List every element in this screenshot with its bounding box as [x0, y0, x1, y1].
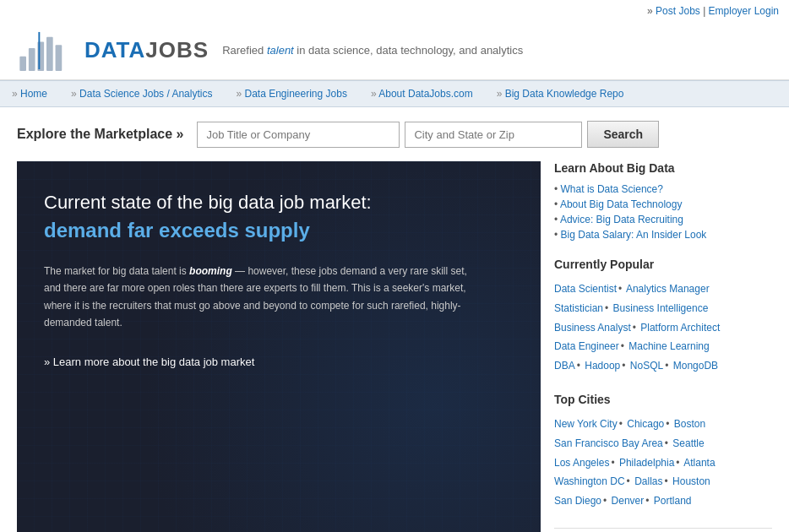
- hero-link[interactable]: Learn more about the big data job market: [44, 356, 514, 368]
- city-sandiego[interactable]: San Diego: [554, 495, 601, 507]
- list-item[interactable]: Big Data Salary: An Insider Look: [554, 229, 772, 241]
- svg-rect-3: [46, 37, 53, 71]
- employer-login-link[interactable]: Employer Login: [709, 5, 779, 17]
- tag-data-scientist[interactable]: Data Scientist: [554, 283, 617, 295]
- sidebar-popular: Currently Popular Data Scientist• Analyt…: [554, 258, 772, 376]
- nav: Home Data Science Jobs / Analytics Data …: [0, 80, 789, 107]
- city-portland[interactable]: Portland: [654, 495, 692, 507]
- city-philly[interactable]: Philadelphia: [619, 457, 674, 469]
- sidebar-learn-list: What is Data Science? About Big Data Tec…: [554, 183, 772, 241]
- nav-item-about[interactable]: About DataJobs.com: [359, 81, 485, 106]
- city-houston[interactable]: Houston: [672, 475, 710, 487]
- logo-area: DATAJOBS Rarefied talent in data science…: [0, 22, 789, 80]
- tag-machine-learning[interactable]: Machine Learning: [628, 340, 709, 352]
- hero-body: The market for big data talent is boomin…: [44, 263, 483, 332]
- city-denver[interactable]: Denver: [612, 495, 645, 507]
- chevron-right-icon: »: [647, 5, 653, 17]
- search-area: Explore the Marketplace » Search: [0, 107, 789, 161]
- search-label: Explore the Marketplace »: [17, 127, 183, 142]
- sidebar-expert-title: Expert's Corner: [554, 528, 772, 532]
- logo-text: DATAJOBS: [84, 37, 209, 63]
- logo-data: DATA: [84, 37, 145, 62]
- tag-data-engineer[interactable]: Data Engineer: [554, 340, 619, 352]
- city-chicago[interactable]: Chicago: [627, 418, 664, 430]
- sidebar-learn-title: Learn About Big Data: [554, 161, 772, 176]
- sidebar-expert: Expert's Corner: [554, 528, 772, 532]
- search-button[interactable]: Search: [587, 121, 659, 148]
- hero-subtitle: demand far exceeds supply: [44, 219, 514, 242]
- cities-cloud: New York City• Chicago• Boston San Franc…: [554, 415, 772, 511]
- nav-item-home[interactable]: Home: [0, 81, 59, 106]
- right-sidebar: Learn About Big Data What is Data Scienc…: [554, 161, 772, 532]
- tag-platform-architect[interactable]: Platform Architect: [640, 322, 720, 334]
- tag-hadoop[interactable]: Hadoop: [585, 360, 620, 372]
- post-jobs-link[interactable]: Post Jobs: [656, 5, 700, 17]
- tag-analytics-manager[interactable]: Analytics Manager: [626, 283, 710, 295]
- list-item[interactable]: About Big Data Technology: [554, 198, 772, 210]
- list-item[interactable]: What is Data Science?: [554, 183, 772, 195]
- tag-cloud: Data Scientist• Analytics Manager Statis…: [554, 280, 772, 376]
- sidebar-popular-title: Currently Popular: [554, 258, 772, 273]
- hero-title: Current state of the big data job market…: [44, 192, 514, 214]
- logo-tagline: Rarefied talent in data science, data te…: [222, 44, 523, 57]
- list-item[interactable]: Advice: Big Data Recruiting: [554, 214, 772, 225]
- svg-rect-0: [19, 57, 26, 71]
- tag-dba[interactable]: DBA: [554, 360, 575, 372]
- sidebar-cities-title: Top Cities: [554, 393, 772, 408]
- svg-rect-1: [29, 48, 35, 71]
- tag-mongodb[interactable]: MongoDB: [673, 360, 718, 372]
- hero-banner: Current state of the big data job market…: [17, 161, 541, 532]
- tag-business-analyst[interactable]: Business Analyst: [554, 322, 631, 334]
- city-nyc[interactable]: New York City: [554, 418, 618, 430]
- nav-item-knowledge[interactable]: Big Data Knowledge Repo: [485, 81, 636, 106]
- city-la[interactable]: Los Angeles: [554, 457, 609, 469]
- job-title-input[interactable]: [197, 122, 400, 148]
- tag-business-intelligence[interactable]: Business Intelligence: [613, 302, 709, 314]
- city-sf[interactable]: San Francisco Bay Area: [554, 437, 663, 449]
- city-dallas[interactable]: Dallas: [634, 475, 662, 487]
- tag-statistician[interactable]: Statistician: [554, 302, 603, 314]
- logo-jobs: JOBS: [145, 37, 209, 62]
- main-content: Current state of the big data job market…: [0, 161, 789, 532]
- nav-item-data-science[interactable]: Data Science Jobs / Analytics: [59, 81, 224, 106]
- nav-item-data-engineering[interactable]: Data Engineering Jobs: [224, 81, 358, 106]
- location-input[interactable]: [405, 122, 582, 148]
- city-atlanta[interactable]: Atlanta: [683, 457, 715, 469]
- svg-rect-4: [56, 45, 63, 71]
- city-dc[interactable]: Washington DC: [554, 475, 625, 487]
- tag-nosql[interactable]: NoSQL: [630, 360, 663, 372]
- city-boston[interactable]: Boston: [674, 418, 705, 430]
- sidebar-cities: Top Cities New York City• Chicago• Bosto…: [554, 393, 772, 511]
- logo-icon: [17, 29, 76, 71]
- top-bar: » Post Jobs | Employer Login: [0, 0, 789, 22]
- city-seattle[interactable]: Seattle: [672, 437, 704, 449]
- sidebar-learn: Learn About Big Data What is Data Scienc…: [554, 161, 772, 241]
